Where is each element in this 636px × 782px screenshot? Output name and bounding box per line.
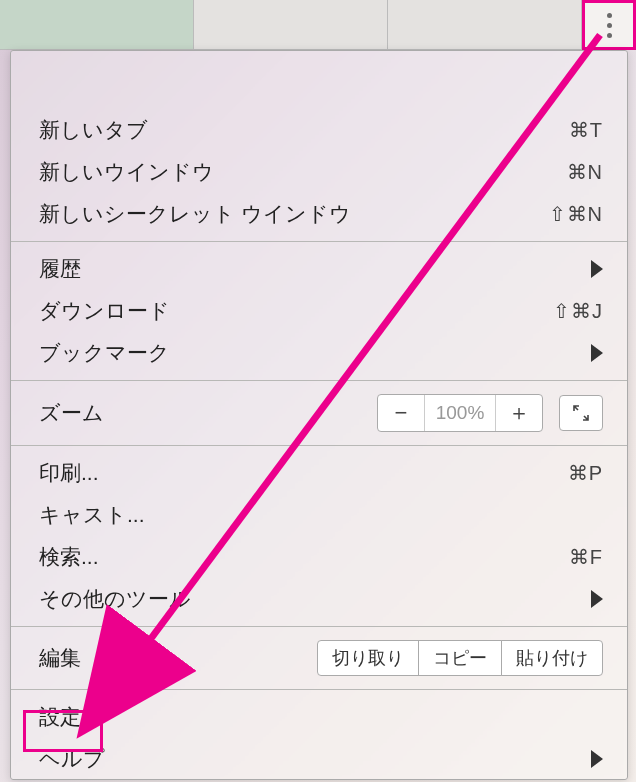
paste-button[interactable]: 貼り付け — [501, 640, 603, 676]
menu-separator — [11, 380, 627, 381]
menu-shortcut: ⌘F — [569, 545, 603, 569]
menu-separator — [11, 689, 627, 690]
menu-label: ヘルプ — [39, 745, 591, 773]
copy-button[interactable]: コピー — [418, 640, 502, 676]
menu-label: ブックマーク — [39, 339, 591, 367]
menu-label: 設定 — [39, 703, 603, 731]
menu-label: ダウンロード — [39, 297, 553, 325]
menu-label: ズーム — [39, 399, 377, 427]
submenu-arrow-icon — [591, 260, 603, 278]
menu-shortcut: ⌘N — [567, 160, 603, 184]
menu-item-find[interactable]: 検索... ⌘F — [11, 536, 627, 578]
menu-separator — [11, 445, 627, 446]
menu-label: キャスト... — [39, 501, 603, 529]
menu-separator — [11, 241, 627, 242]
menu-item-new-tab[interactable]: 新しいタブ ⌘T — [11, 109, 627, 151]
browser-tab[interactable] — [194, 0, 388, 49]
menu-item-edit: 編集 切り取り コピー 貼り付け — [11, 633, 627, 683]
menu-item-settings[interactable]: 設定 — [11, 696, 627, 738]
zoom-in-button[interactable]: ＋ — [496, 395, 542, 431]
menu-item-print[interactable]: 印刷... ⌘P — [11, 452, 627, 494]
menu-label: 履歴 — [39, 255, 591, 283]
menu-label: 検索... — [39, 543, 569, 571]
menu-label: その他のツール — [39, 585, 591, 613]
menu-label: 印刷... — [39, 459, 568, 487]
fullscreen-button[interactable] — [559, 395, 603, 431]
menu-item-history[interactable]: 履歴 — [11, 248, 627, 290]
menu-shortcut: ⌘P — [568, 461, 603, 485]
menu-item-downloads[interactable]: ダウンロード ⇧⌘J — [11, 290, 627, 332]
edit-buttons: 切り取り コピー 貼り付け — [317, 640, 603, 676]
submenu-arrow-icon — [591, 590, 603, 608]
menu-shortcut: ⌘T — [569, 118, 603, 142]
menu-item-new-incognito[interactable]: 新しいシークレット ウインドウ ⇧⌘N — [11, 193, 627, 235]
vertical-dots-icon — [607, 13, 612, 38]
fullscreen-icon — [572, 404, 590, 422]
kebab-menu-button[interactable] — [582, 0, 636, 50]
menu-item-more-tools[interactable]: その他のツール — [11, 578, 627, 620]
menu-label: 新しいタブ — [39, 116, 569, 144]
menu-item-bookmarks[interactable]: ブックマーク — [11, 332, 627, 374]
menu-item-new-window[interactable]: 新しいウインドウ ⌘N — [11, 151, 627, 193]
menu-shortcut: ⇧⌘N — [549, 202, 603, 226]
menu-label: 新しいシークレット ウインドウ — [39, 200, 549, 228]
submenu-arrow-icon — [591, 344, 603, 362]
zoom-percent: 100% — [424, 395, 496, 431]
chrome-menu-panel: 新しいタブ ⌘T 新しいウインドウ ⌘N 新しいシークレット ウインドウ ⇧⌘N… — [10, 50, 628, 780]
menu-label: 編集 — [39, 644, 317, 672]
browser-tab[interactable] — [388, 0, 582, 49]
browser-tab-active[interactable] — [0, 0, 194, 49]
submenu-arrow-icon — [591, 750, 603, 768]
zoom-out-button[interactable]: − — [378, 395, 424, 431]
menu-shortcut: ⇧⌘J — [553, 299, 603, 323]
stage: 新しいタブ ⌘T 新しいウインドウ ⌘N 新しいシークレット ウインドウ ⇧⌘N… — [0, 0, 636, 782]
zoom-controls: − 100% ＋ — [377, 394, 543, 432]
tab-bar — [0, 0, 636, 50]
menu-item-help[interactable]: ヘルプ — [11, 738, 627, 780]
menu-item-zoom: ズーム − 100% ＋ — [11, 387, 627, 439]
cut-button[interactable]: 切り取り — [317, 640, 419, 676]
menu-item-cast[interactable]: キャスト... — [11, 494, 627, 536]
menu-label: 新しいウインドウ — [39, 158, 567, 186]
menu-separator — [11, 626, 627, 627]
